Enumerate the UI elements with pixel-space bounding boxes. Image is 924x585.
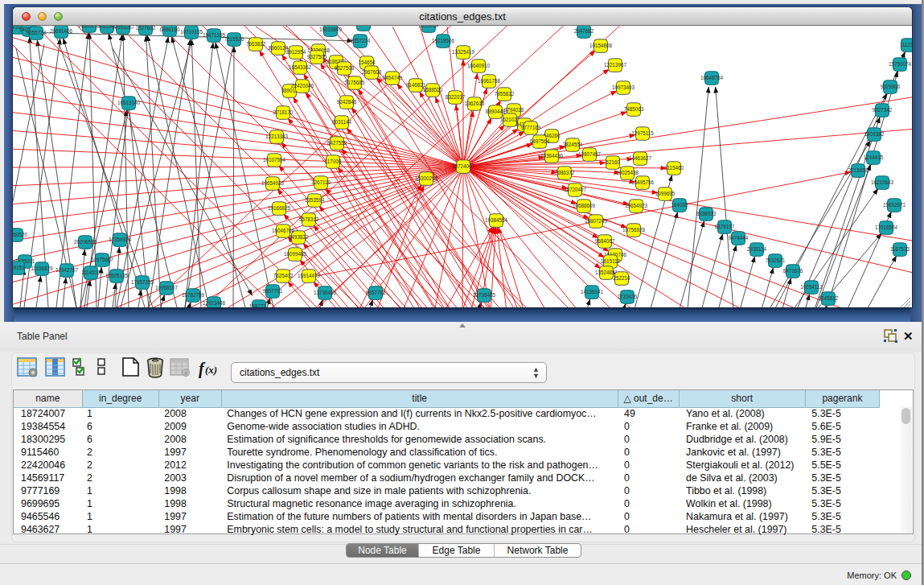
- svg-text:14463627: 14463627: [629, 155, 652, 161]
- svg-text:16671355: 16671355: [203, 32, 226, 38]
- svg-text:18807249: 18807249: [585, 218, 608, 224]
- svg-text:6497564: 6497564: [530, 138, 550, 144]
- svg-text:1527602: 1527602: [136, 26, 156, 31]
- svg-text:19654923: 19654923: [625, 203, 648, 208]
- svg-text:12923448: 12923448: [203, 300, 226, 306]
- svg-text:8427552: 8427552: [327, 140, 347, 146]
- svg-text:16543362: 16543362: [289, 64, 312, 70]
- svg-text:1587731: 1587731: [249, 303, 269, 307]
- svg-text:9055724: 9055724: [27, 30, 47, 35]
- svg-text:16648784: 16648784: [700, 75, 724, 80]
- svg-text:9329966: 9329966: [881, 84, 901, 89]
- svg-text:19166825: 19166825: [268, 205, 291, 211]
- svg-text:9242848: 9242848: [337, 99, 357, 105]
- svg-text:62160: 62160: [606, 159, 620, 165]
- svg-text:12505135: 12505135: [105, 273, 129, 278]
- svg-text:8912954: 8912954: [286, 49, 306, 55]
- svg-text:12975115: 12975115: [631, 130, 654, 136]
- svg-text:18853257: 18853257: [352, 26, 376, 27]
- svg-text:9777169: 9777169: [521, 125, 541, 130]
- svg-text:16640910: 16640910: [467, 63, 491, 68]
- svg-text:9327505: 9327505: [307, 54, 327, 60]
- svg-text:10653267: 10653267: [112, 26, 135, 30]
- svg-text:15692971: 15692971: [883, 202, 906, 208]
- svg-text:7357224: 7357224: [351, 38, 371, 43]
- svg-text:8322037: 8322037: [446, 94, 466, 100]
- svg-text:12213967: 12213967: [604, 62, 627, 68]
- svg-text:5175685: 5175685: [345, 80, 365, 85]
- svg-text:9245812: 9245812: [819, 295, 839, 301]
- svg-text:1114519: 1114519: [81, 270, 101, 275]
- svg-text:15300293: 15300293: [415, 175, 438, 181]
- svg-text:10973493: 10973493: [612, 84, 635, 90]
- svg-text:39151: 39151: [13, 265, 25, 270]
- svg-text:3267110: 3267110: [311, 179, 331, 185]
- svg-text:20364436: 20364436: [540, 153, 564, 159]
- svg-text:154654: 154654: [358, 60, 376, 65]
- svg-text:5578312: 5578312: [299, 216, 319, 222]
- svg-text:19654923: 19654923: [261, 180, 285, 186]
- svg-text:1244415: 1244415: [864, 154, 884, 160]
- svg-text:2935114: 2935114: [747, 246, 767, 252]
- svg-text:9227342: 9227342: [873, 107, 893, 113]
- svg-text:16914479: 16914479: [298, 273, 321, 278]
- svg-text:10154808: 10154808: [589, 43, 613, 48]
- svg-text:8454749: 8454749: [383, 75, 403, 80]
- svg-text:7515526: 7515526: [224, 36, 244, 42]
- svg-text:20206536: 20206536: [74, 239, 97, 245]
- svg-text:13325419: 13325419: [452, 49, 475, 55]
- svg-text:1733426: 1733426: [618, 294, 638, 299]
- svg-text:16961758: 16961758: [478, 78, 501, 84]
- svg-text:14136141: 14136141: [581, 289, 604, 295]
- svg-text:10807487: 10807487: [578, 151, 602, 157]
- svg-text:8471676: 8471676: [783, 268, 803, 274]
- svg-text:2718170: 2718170: [273, 109, 294, 115]
- svg-text:13736485: 13736485: [314, 290, 337, 295]
- svg-text:3215958: 3215958: [848, 167, 869, 173]
- svg-text:9115460: 9115460: [664, 165, 684, 171]
- svg-text:3824554: 3824554: [563, 142, 583, 147]
- svg-text:252214: 252214: [613, 275, 630, 281]
- svg-text:13736485: 13736485: [473, 292, 496, 298]
- svg-text:164095: 164095: [671, 202, 688, 208]
- svg-text:x: x: [184, 370, 187, 376]
- svg-text:7625402: 7625402: [273, 273, 294, 278]
- svg-text:16782759: 16782759: [182, 292, 205, 298]
- svg-text:16513140: 16513140: [117, 100, 141, 105]
- svg-text:10688609: 10688609: [573, 203, 596, 208]
- svg-text:9794028: 9794028: [504, 107, 524, 113]
- svg-text:117008: 117008: [325, 159, 342, 164]
- svg-text:2047682: 2047682: [574, 28, 594, 34]
- svg-text:18724007: 18724007: [452, 163, 475, 169]
- svg-text:8031144: 8031144: [332, 119, 352, 125]
- svg-text:8938923: 8938923: [696, 211, 717, 216]
- svg-text:12942757: 12942757: [55, 267, 79, 273]
- svg-text:7663822: 7663822: [246, 41, 266, 47]
- svg-text:16099485: 16099485: [284, 251, 307, 257]
- svg-text:7986372: 7986372: [555, 170, 575, 175]
- svg-text:9684067: 9684067: [595, 238, 615, 244]
- svg-text:15750074: 15750074: [889, 61, 912, 67]
- svg-text:111237: 111237: [900, 42, 912, 47]
- svg-text:10756928: 10756928: [622, 227, 646, 233]
- svg-text:1588520: 1588520: [423, 87, 443, 93]
- svg-text:8990448: 8990448: [486, 109, 506, 114]
- svg-text:9327508: 9327508: [335, 65, 355, 71]
- svg-text:19384554: 19384554: [485, 217, 508, 223]
- svg-text:10719155: 10719155: [180, 29, 203, 35]
- svg-text:6379197: 6379197: [715, 224, 735, 229]
- svg-text:(x): (x): [205, 364, 217, 376]
- svg-text:9857791: 9857791: [263, 288, 283, 294]
- svg-text:3493822: 3493822: [289, 234, 309, 240]
- svg-text:15495756: 15495756: [631, 179, 655, 185]
- svg-text:9474444: 9474444: [729, 235, 749, 241]
- svg-text:22420046: 22420046: [291, 83, 314, 89]
- svg-text:11156829: 11156829: [31, 266, 53, 271]
- svg-text:15720407: 15720407: [564, 187, 587, 192]
- svg-text:7955812: 7955812: [495, 91, 515, 97]
- svg-text:17359924: 17359924: [109, 237, 132, 242]
- svg-text:1353594: 1353594: [305, 197, 325, 203]
- svg-text:8813054: 8813054: [419, 26, 439, 28]
- svg-text:16210643: 16210643: [871, 179, 894, 185]
- svg-text:9857791: 9857791: [366, 290, 386, 295]
